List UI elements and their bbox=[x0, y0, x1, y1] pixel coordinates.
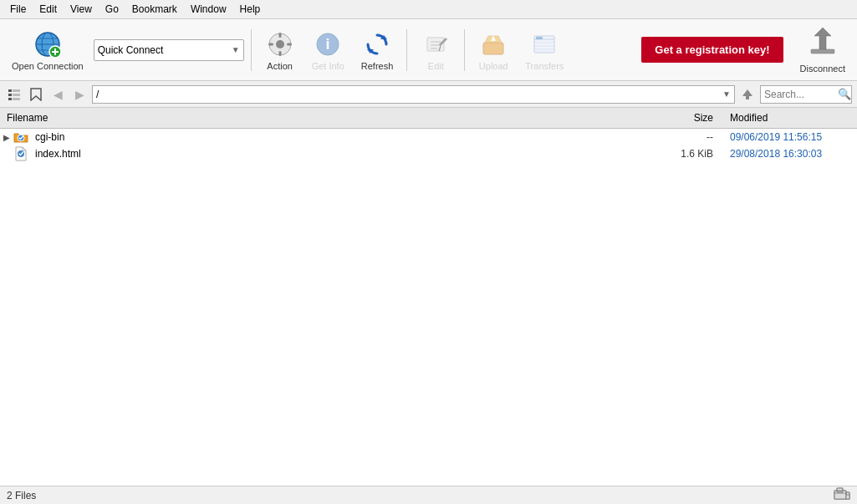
file-name: index.html bbox=[32, 148, 656, 160]
svg-rect-10 bbox=[278, 33, 281, 38]
upload-label: Upload bbox=[479, 61, 508, 71]
file-list: ▶ cgi-bin--09/06/2019 11:56:15 index.htm… bbox=[0, 129, 857, 486]
menu-edit[interactable]: Edit bbox=[33, 2, 64, 17]
path-up-button[interactable] bbox=[738, 85, 757, 104]
transfers-label: Transfers bbox=[525, 61, 564, 71]
svg-marker-42 bbox=[31, 89, 41, 100]
svg-rect-38 bbox=[8, 94, 12, 96]
svg-rect-39 bbox=[13, 94, 20, 96]
svg-marker-34 bbox=[814, 28, 831, 49]
transfers-icon bbox=[529, 29, 559, 59]
menu-view[interactable]: View bbox=[64, 2, 99, 17]
svg-rect-12 bbox=[268, 43, 273, 45]
bookmark-button[interactable] bbox=[27, 85, 45, 104]
quick-connect-value: Quick Connect bbox=[98, 44, 232, 56]
file-modified: 09/06/2019 11:56:15 bbox=[723, 131, 857, 143]
refresh-icon bbox=[362, 29, 392, 59]
header-modified[interactable]: Modified bbox=[723, 109, 857, 126]
file-name: cgi-bin bbox=[32, 131, 656, 143]
disconnect-button[interactable]: Disconnect bbox=[793, 23, 852, 77]
action-button[interactable]: Action bbox=[258, 26, 302, 74]
refresh-label: Refresh bbox=[361, 61, 394, 71]
search-box: 🔍 bbox=[760, 85, 852, 104]
table-row[interactable]: ▶ cgi-bin--09/06/2019 11:56:15 bbox=[0, 129, 857, 145]
svg-rect-41 bbox=[13, 98, 20, 100]
menu-file[interactable]: File bbox=[3, 2, 33, 17]
menu-window[interactable]: Window bbox=[184, 2, 233, 17]
transfers-button[interactable]: Transfers bbox=[518, 26, 570, 74]
action-label: Action bbox=[267, 61, 293, 71]
open-connection-button[interactable]: Open Connection bbox=[5, 26, 90, 74]
edit-icon bbox=[421, 29, 451, 59]
file-icon bbox=[13, 146, 28, 161]
path-combo[interactable]: / ▼ bbox=[92, 85, 735, 104]
disconnect-label: Disconnect bbox=[800, 64, 845, 74]
toolbar-divider-3 bbox=[464, 29, 465, 71]
svg-rect-36 bbox=[8, 89, 12, 92]
disconnect-icon bbox=[808, 26, 838, 62]
file-size: -- bbox=[656, 131, 723, 143]
svg-rect-24 bbox=[483, 43, 503, 54]
statusbar-text: 2 Files bbox=[7, 490, 36, 501]
registration-key-button[interactable]: Get a registration key! bbox=[641, 37, 783, 63]
quick-connect-combo[interactable]: Quick Connect ▼ bbox=[94, 39, 244, 61]
upload-icon bbox=[478, 29, 508, 59]
path-dropdown-arrow[interactable]: ▼ bbox=[722, 89, 731, 99]
upload-button[interactable]: Upload bbox=[472, 26, 515, 74]
file-list-header: Filename Size Modified bbox=[0, 108, 857, 129]
get-info-icon: i bbox=[313, 29, 343, 59]
svg-rect-13 bbox=[287, 43, 292, 45]
menu-bookmark[interactable]: Bookmark bbox=[125, 2, 184, 17]
header-size[interactable]: Size bbox=[656, 109, 723, 126]
svg-rect-40 bbox=[8, 98, 12, 100]
svg-rect-37 bbox=[13, 89, 20, 92]
svg-rect-11 bbox=[278, 51, 281, 56]
action-icon bbox=[265, 29, 295, 59]
path-value: / bbox=[96, 89, 722, 100]
refresh-button[interactable]: Refresh bbox=[355, 26, 400, 74]
svg-marker-43 bbox=[742, 89, 752, 99]
svg-point-9 bbox=[276, 40, 284, 48]
edit-label: Edit bbox=[428, 61, 444, 71]
svg-rect-50 bbox=[846, 495, 849, 499]
toolbar-divider-2 bbox=[406, 29, 407, 71]
svg-rect-33 bbox=[536, 37, 543, 39]
svg-text:i: i bbox=[326, 36, 330, 53]
quick-connect-arrow[interactable]: ▼ bbox=[232, 45, 240, 54]
menu-help[interactable]: Help bbox=[233, 2, 268, 17]
forward-button[interactable]: ▶ bbox=[70, 85, 89, 104]
folder-icon bbox=[13, 130, 28, 145]
toolbar-divider-1 bbox=[251, 29, 252, 71]
get-info-button[interactable]: i Get Info bbox=[305, 26, 351, 74]
list-view-button[interactable] bbox=[5, 85, 23, 104]
search-icon[interactable]: 🔍 bbox=[838, 88, 851, 100]
svg-rect-47 bbox=[834, 493, 846, 499]
edit-button[interactable]: Edit bbox=[414, 26, 457, 74]
back-button[interactable]: ◀ bbox=[48, 85, 67, 104]
search-input[interactable] bbox=[764, 89, 838, 100]
get-info-label: Get Info bbox=[312, 61, 344, 71]
expand-arrow[interactable]: ▶ bbox=[0, 133, 13, 142]
file-size: 1.6 KiB bbox=[656, 148, 723, 160]
statusbar-icon bbox=[834, 487, 850, 504]
open-connection-icon bbox=[33, 29, 63, 59]
path-toolbar: ◀ ▶ / ▼ 🔍 bbox=[0, 81, 857, 108]
svg-rect-35 bbox=[811, 49, 834, 53]
menubar: File Edit View Go Bookmark Window Help bbox=[0, 0, 857, 19]
open-connection-label: Open Connection bbox=[12, 61, 84, 71]
file-area: Filename Size Modified ▶ cgi-bin--09/06/… bbox=[0, 108, 857, 486]
menu-go[interactable]: Go bbox=[99, 2, 125, 17]
table-row[interactable]: index.html1.6 KiB29/08/2018 16:30:03 bbox=[0, 145, 857, 162]
quick-connect-area: Quick Connect ▼ bbox=[94, 23, 244, 77]
toolbar: Open Connection Quick Connect ▼ Action bbox=[0, 19, 857, 81]
header-filename[interactable]: Filename bbox=[0, 109, 656, 126]
file-modified: 29/08/2018 16:30:03 bbox=[723, 148, 857, 160]
statusbar: 2 Files bbox=[0, 486, 857, 504]
